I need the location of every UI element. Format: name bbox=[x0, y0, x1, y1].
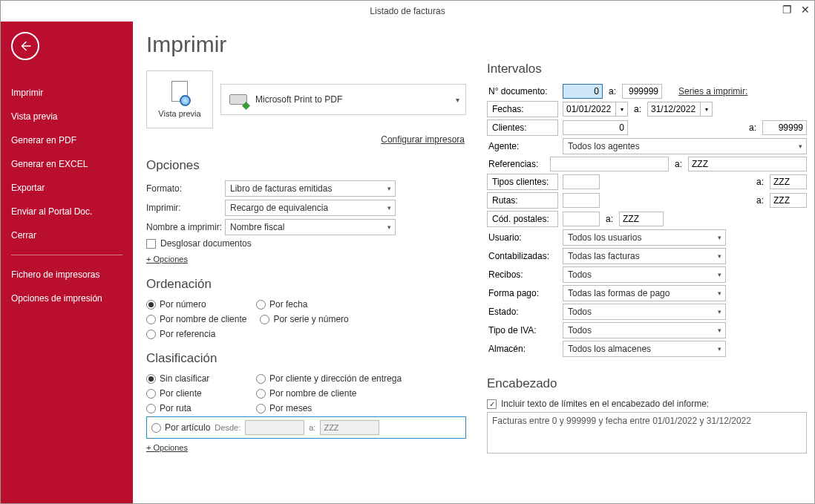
tipos-to-input[interactable] bbox=[770, 174, 807, 189]
fecha-to-input[interactable] bbox=[647, 102, 701, 117]
referencias-label: Referencias: bbox=[487, 159, 546, 169]
sidebar-separator bbox=[11, 255, 122, 255]
printer-icon bbox=[227, 91, 248, 108]
close-icon[interactable]: ✕ bbox=[801, 4, 810, 16]
ord-serie-radio[interactable]: Por serie y número bbox=[260, 314, 356, 324]
opciones-heading: Opciones bbox=[146, 158, 466, 173]
imprimir-combo[interactable]: Recargo de equivalencia▾ bbox=[225, 200, 396, 216]
cod-to-input[interactable] bbox=[619, 212, 664, 226]
ord-fecha-radio[interactable]: Por fecha bbox=[256, 299, 353, 310]
almacen-combo[interactable]: Todos los almacenes▾ bbox=[563, 341, 726, 357]
fecha-to-picker[interactable]: ▾ bbox=[701, 102, 713, 117]
window-title: Listado de facturas bbox=[370, 6, 445, 16]
vista-previa-button[interactable]: Vista previa bbox=[146, 71, 213, 128]
titlebar: Listado de facturas ❐ ✕ bbox=[1, 1, 814, 22]
ref-to-input[interactable] bbox=[688, 157, 807, 171]
por-articulo-box: Por artículo Desde: a: bbox=[146, 416, 466, 439]
chevron-down-icon: ▾ bbox=[456, 96, 459, 104]
forma-label: Forma pago: bbox=[487, 288, 558, 298]
ord-numero-radio[interactable]: Por número bbox=[146, 299, 243, 310]
sidebar-item-fichero[interactable]: Fichero de impresoras bbox=[11, 263, 122, 287]
codpostales-button[interactable]: Cód. postales: bbox=[487, 211, 558, 227]
clas-nombre-radio[interactable]: Por nombre de cliente bbox=[256, 388, 405, 399]
clas-ruta-radio[interactable]: Por ruta bbox=[146, 403, 243, 413]
rutas-from-input[interactable] bbox=[563, 193, 600, 208]
tipos-clientes-button[interactable]: Tipos clientes: bbox=[487, 174, 558, 190]
sidebar-item-exportar[interactable]: Exportar bbox=[11, 176, 122, 200]
intervalos-heading: Intervalos bbox=[487, 62, 807, 76]
clas-cliente-dir-radio[interactable]: Por cliente y dirección de entrega bbox=[256, 373, 405, 384]
incluir-checkbox[interactable]: ✓ bbox=[487, 399, 497, 409]
chevron-down-icon: ▾ bbox=[718, 327, 721, 334]
rutas-button[interactable]: Rutas: bbox=[487, 192, 558, 209]
clas-mas-opciones-link[interactable]: + Opciones bbox=[146, 443, 188, 452]
iva-combo[interactable]: Todos▾ bbox=[563, 322, 726, 338]
ndoc-from-input[interactable] bbox=[563, 84, 603, 99]
almacen-label: Almacén: bbox=[487, 344, 558, 354]
ndoc-to-input[interactable] bbox=[622, 84, 662, 99]
preview-icon bbox=[168, 81, 191, 106]
chevron-down-icon: ▾ bbox=[718, 345, 721, 353]
configurar-impresora-link[interactable]: Configurar impresora bbox=[381, 134, 465, 145]
vista-previa-label: Vista previa bbox=[158, 109, 200, 118]
fecha-from-picker[interactable]: ▾ bbox=[616, 102, 628, 117]
tipos-from-input[interactable] bbox=[563, 174, 600, 189]
ref-from-input[interactable] bbox=[550, 157, 669, 171]
agente-combo[interactable]: Todos los agentes▾ bbox=[563, 138, 807, 154]
recibos-label: Recibos: bbox=[487, 269, 558, 280]
desglosar-checkbox[interactable] bbox=[146, 239, 156, 249]
recibos-combo[interactable]: Todos▾ bbox=[563, 266, 726, 283]
articulo-desde-input[interactable] bbox=[245, 420, 304, 435]
chevron-down-icon: ▾ bbox=[387, 185, 391, 192]
agente-label: Agente: bbox=[487, 141, 558, 151]
fecha-from-input[interactable] bbox=[563, 102, 616, 117]
encabezado-heading: Encabezado bbox=[487, 376, 807, 391]
contab-combo[interactable]: Todas las facturas▾ bbox=[563, 248, 726, 264]
usuario-label: Usuario: bbox=[487, 232, 558, 243]
cli-to-input[interactable] bbox=[762, 120, 807, 135]
iva-label: Tipo de IVA: bbox=[487, 325, 558, 336]
fechas-button[interactable]: Fechas: bbox=[487, 101, 558, 117]
chevron-down-icon: ▾ bbox=[718, 271, 721, 278]
printer-select[interactable]: Microsoft Print to PDF ▾ bbox=[220, 84, 466, 115]
formato-combo[interactable]: Libro de facturas emitidas▾ bbox=[225, 180, 396, 197]
sidebar-item-imprimir[interactable]: Imprimir bbox=[11, 81, 122, 105]
contab-label: Contabilizadas: bbox=[487, 251, 558, 261]
clas-cliente-radio[interactable]: Por cliente bbox=[146, 388, 243, 399]
desde-label: Desde: bbox=[215, 423, 240, 432]
nombre-combo[interactable]: Nombre fiscal▾ bbox=[225, 219, 396, 235]
estado-combo[interactable]: Todos▾ bbox=[563, 304, 726, 320]
ord-referencia-radio[interactable]: Por referencia bbox=[146, 329, 243, 339]
sidebar-item-opciones[interactable]: Opciones de impresión bbox=[11, 287, 122, 310]
chevron-down-icon: ▾ bbox=[387, 223, 391, 231]
rutas-to-input[interactable] bbox=[770, 193, 807, 208]
articulo-a-input[interactable] bbox=[320, 420, 379, 435]
imprimir-label: Imprimir: bbox=[146, 203, 225, 213]
clientes-button[interactable]: Clientes: bbox=[487, 120, 558, 136]
sidebar-item-cerrar[interactable]: Cerrar bbox=[11, 223, 122, 247]
chevron-down-icon: ▾ bbox=[718, 234, 721, 241]
sidebar-item-excel[interactable]: Generar en EXCEL bbox=[11, 152, 122, 176]
clas-meses-radio[interactable]: Por meses bbox=[256, 403, 405, 413]
series-link[interactable]: Series a imprimir: bbox=[678, 86, 747, 96]
back-button[interactable] bbox=[11, 32, 39, 60]
clas-sin-radio[interactable]: Sin clasificar bbox=[146, 373, 243, 384]
encabezado-textarea[interactable] bbox=[487, 412, 807, 454]
cod-from-input[interactable] bbox=[563, 212, 600, 226]
desglosar-label: Desglosar documentos bbox=[160, 238, 252, 249]
maximize-icon[interactable]: ❐ bbox=[782, 4, 792, 16]
chevron-down-icon: ▾ bbox=[387, 204, 391, 212]
mas-opciones-link[interactable]: + Opciones bbox=[146, 255, 188, 264]
forma-combo[interactable]: Todas las formas de pago▾ bbox=[563, 285, 726, 301]
formato-label: Formato: bbox=[146, 183, 225, 194]
sidebar-item-portal[interactable]: Enviar al Portal Doc. bbox=[11, 200, 122, 223]
sidebar-item-vista-previa[interactable]: Vista previa bbox=[11, 105, 122, 128]
sidebar-item-pdf[interactable]: Generar en PDF bbox=[11, 128, 122, 152]
usuario-combo[interactable]: Todos los usuarios▾ bbox=[563, 229, 726, 246]
clasificacion-heading: Clasificación bbox=[146, 351, 466, 366]
cli-from-input[interactable] bbox=[563, 120, 628, 135]
printer-name: Microsoft Print to PDF bbox=[255, 94, 448, 105]
ord-nombre-radio[interactable]: Por nombre de cliente bbox=[146, 314, 246, 324]
clas-articulo-radio[interactable]: Por artículo bbox=[151, 422, 210, 433]
ordenacion-heading: Ordenación bbox=[146, 277, 466, 292]
